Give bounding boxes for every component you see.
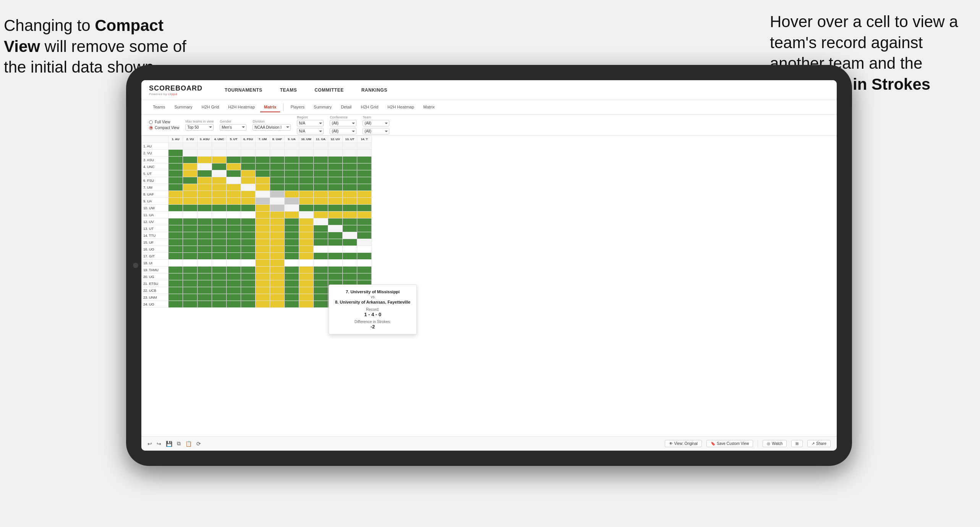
matrix-cell[interactable]	[357, 267, 372, 273]
matrix-cell[interactable]	[256, 267, 270, 273]
region-select[interactable]: N/A	[297, 120, 324, 126]
matrix-cell[interactable]	[198, 205, 212, 212]
matrix-cell[interactable]	[285, 143, 299, 150]
matrix-cell[interactable]	[357, 143, 372, 150]
matrix-cell[interactable]	[285, 246, 299, 253]
matrix-cell[interactable]	[285, 163, 299, 170]
matrix-cell[interactable]	[212, 177, 227, 184]
matrix-cell[interactable]	[314, 143, 328, 150]
matrix-cell[interactable]	[299, 273, 314, 280]
matrix-cell[interactable]	[270, 287, 285, 294]
matrix-cell[interactable]	[241, 150, 256, 157]
matrix-cell[interactable]	[343, 273, 357, 280]
matrix-cell[interactable]	[285, 294, 299, 301]
matrix-cell[interactable]	[256, 157, 270, 163]
matrix-cell[interactable]	[198, 191, 212, 198]
matrix-cell[interactable]	[357, 246, 372, 253]
matrix-cell[interactable]	[241, 212, 256, 218]
matrix-cell[interactable]	[314, 212, 328, 218]
matrix-cell[interactable]	[285, 177, 299, 184]
matrix-cell[interactable]	[241, 184, 256, 191]
matrix-cell[interactable]	[241, 267, 256, 273]
matrix-cell[interactable]	[314, 218, 328, 225]
matrix-cell[interactable]	[168, 170, 183, 177]
matrix-cell[interactable]	[183, 260, 198, 267]
matrix-cell[interactable]	[314, 191, 328, 198]
matrix-cell[interactable]	[357, 212, 372, 218]
matrix-cell[interactable]	[343, 267, 357, 273]
matrix-cell[interactable]	[270, 280, 285, 287]
matrix-cell[interactable]	[357, 225, 372, 232]
division-select[interactable]: NCAA Division I	[253, 124, 291, 131]
matrix-cell[interactable]	[212, 150, 227, 157]
copy-icon[interactable]: ⧉	[177, 440, 181, 447]
matrix-cell[interactable]	[328, 163, 343, 170]
refresh-icon[interactable]: ⟳	[196, 441, 201, 447]
matrix-cell[interactable]	[357, 191, 372, 198]
matrix-cell[interactable]	[212, 184, 227, 191]
matrix-cell[interactable]	[285, 170, 299, 177]
matrix-cell[interactable]	[299, 294, 314, 301]
matrix-cell[interactable]	[328, 212, 343, 218]
matrix-cell[interactable]	[227, 157, 241, 163]
matrix-cell[interactable]	[270, 253, 285, 260]
matrix-cell[interactable]	[343, 157, 357, 163]
matrix-cell[interactable]	[328, 177, 343, 184]
matrix-cell[interactable]	[256, 177, 270, 184]
matrix-cell[interactable]	[343, 191, 357, 198]
matrix-cell[interactable]	[299, 225, 314, 232]
matrix-cell[interactable]	[241, 287, 256, 294]
matrix-cell[interactable]	[285, 212, 299, 218]
matrix-cell[interactable]	[241, 205, 256, 212]
matrix-cell[interactable]	[183, 212, 198, 218]
undo-icon[interactable]: ↩	[147, 441, 152, 447]
matrix-cell[interactable]	[198, 170, 212, 177]
matrix-cell[interactable]	[183, 218, 198, 225]
matrix-cell[interactable]	[299, 287, 314, 294]
matrix-cell[interactable]	[183, 280, 198, 287]
matrix-cell[interactable]	[198, 143, 212, 150]
matrix-cell[interactable]	[285, 273, 299, 280]
matrix-cell[interactable]	[328, 239, 343, 246]
subnav-detail[interactable]: Detail	[337, 102, 355, 112]
region-select2[interactable]: N/A	[297, 128, 324, 134]
matrix-cell[interactable]	[212, 170, 227, 177]
matrix-cell[interactable]	[227, 294, 241, 301]
matrix-cell[interactable]	[183, 273, 198, 280]
matrix-cell[interactable]	[212, 143, 227, 150]
matrix-cell[interactable]	[299, 232, 314, 239]
matrix-cell[interactable]	[183, 239, 198, 246]
matrix-cell[interactable]	[357, 170, 372, 177]
matrix-cell[interactable]	[168, 294, 183, 301]
matrix-cell[interactable]	[198, 239, 212, 246]
matrix-cell[interactable]	[256, 170, 270, 177]
nav-teams[interactable]: TEAMS	[277, 86, 300, 94]
matrix-area[interactable]: 1. AU 2. VU 3. ASU 4. UNC 5. UT 6. FSU 7…	[141, 136, 837, 436]
matrix-cell[interactable]	[168, 273, 183, 280]
matrix-cell[interactable]	[285, 198, 299, 205]
matrix-cell[interactable]	[241, 157, 256, 163]
matrix-cell[interactable]	[198, 301, 212, 308]
compact-view-radio[interactable]	[149, 126, 153, 130]
matrix-cell[interactable]	[270, 198, 285, 205]
matrix-cell[interactable]	[256, 239, 270, 246]
nav-rankings[interactable]: RANKINGS	[358, 86, 390, 94]
matrix-cell[interactable]	[227, 163, 241, 170]
matrix-cell[interactable]	[256, 184, 270, 191]
matrix-cell[interactable]	[168, 287, 183, 294]
matrix-cell[interactable]	[168, 150, 183, 157]
matrix-cell[interactable]	[357, 232, 372, 239]
nav-committee[interactable]: COMMITTEE	[311, 86, 347, 94]
matrix-cell[interactable]	[183, 205, 198, 212]
matrix-cell[interactable]	[168, 143, 183, 150]
matrix-cell[interactable]	[168, 260, 183, 267]
matrix-cell[interactable]	[227, 218, 241, 225]
matrix-cell[interactable]	[328, 273, 343, 280]
matrix-cell[interactable]	[328, 246, 343, 253]
matrix-cell[interactable]	[285, 191, 299, 198]
matrix-cell[interactable]	[314, 294, 328, 301]
max-teams-select[interactable]: Top 50	[185, 124, 214, 131]
matrix-cell[interactable]	[227, 280, 241, 287]
matrix-cell[interactable]	[168, 212, 183, 218]
matrix-cell[interactable]	[183, 143, 198, 150]
